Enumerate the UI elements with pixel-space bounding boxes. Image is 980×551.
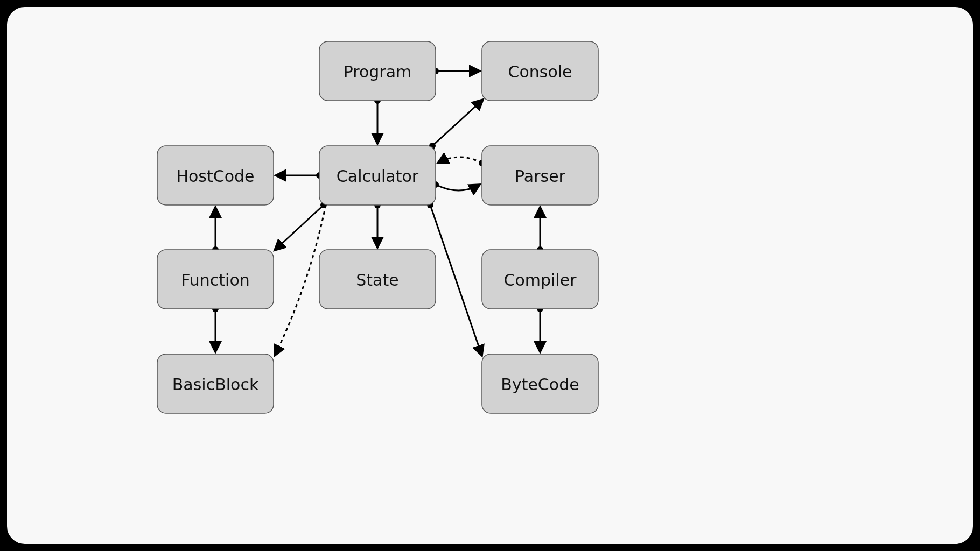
edge-calculator-function <box>275 202 327 250</box>
node-basicblock-label: BasicBlock <box>172 375 259 394</box>
node-compiler-label: Compiler <box>503 271 577 289</box>
node-parser: Parser <box>482 146 598 205</box>
node-hostcode-label: HostCode <box>176 167 254 186</box>
svg-line-5 <box>432 100 483 146</box>
node-function: Function <box>157 250 274 309</box>
node-bytecode-label: ByteCode <box>501 375 579 394</box>
node-console: Console <box>482 41 598 101</box>
node-console-label: Console <box>508 62 572 81</box>
node-bytecode: ByteCode <box>482 354 598 413</box>
node-hostcode: HostCode <box>157 146 274 205</box>
node-function-label: Function <box>181 271 250 289</box>
node-state-label: State <box>356 271 398 289</box>
node-program-label: Program <box>344 62 412 81</box>
node-calculator: Calculator <box>319 146 436 205</box>
edge-function-basicblock <box>212 306 219 352</box>
edge-program-console <box>432 68 480 74</box>
edge-calculator-parser <box>432 181 480 190</box>
edge-calculator-console <box>429 100 483 149</box>
node-parser-label: Parser <box>515 167 566 186</box>
node-compiler: Compiler <box>482 250 598 309</box>
diagram-svg: Program Console HostCode Calculator Pars… <box>7 7 976 547</box>
node-basicblock: BasicBlock <box>157 354 274 413</box>
edge-compiler-parser <box>537 207 543 253</box>
edge-function-hostcode <box>212 207 219 253</box>
svg-line-15 <box>430 205 482 356</box>
node-calculator-label: Calculator <box>337 167 419 186</box>
node-state: State <box>319 250 436 309</box>
edge-program-calculator <box>374 97 381 144</box>
edge-parser-calculator <box>438 157 485 166</box>
diagram-frame: Program Console HostCode Calculator Pars… <box>5 5 975 546</box>
edge-compiler-bytecode <box>537 306 543 352</box>
node-program: Program <box>319 41 436 101</box>
edge-calculator-state <box>374 202 381 248</box>
edge-calculator-hostcode <box>276 172 323 179</box>
